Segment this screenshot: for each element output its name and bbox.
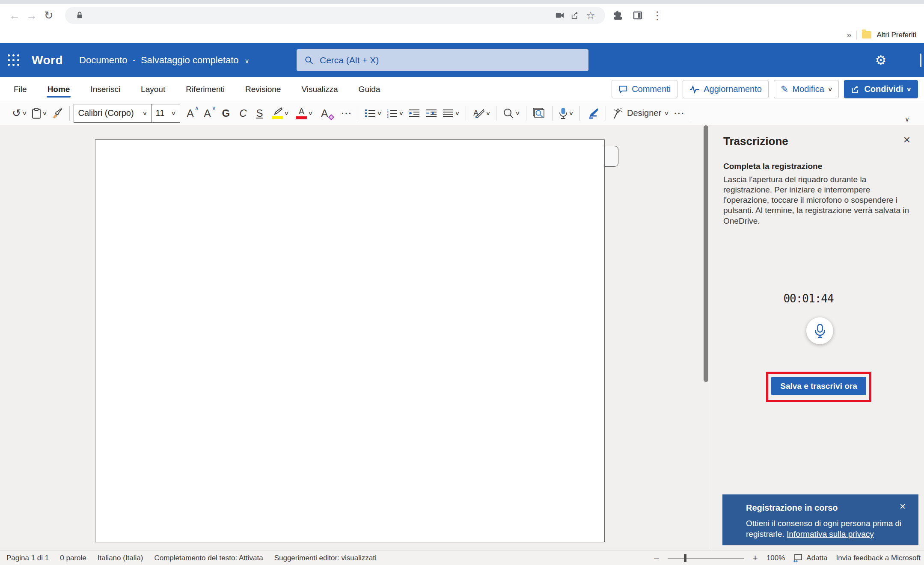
numbered-list-button[interactable]: 123 ∨ bbox=[384, 105, 406, 122]
bookmarks-folder-label[interactable]: Altri Preferiti bbox=[876, 31, 916, 39]
tab-visualizza[interactable]: Visualizza bbox=[300, 79, 339, 100]
bullet-list-button[interactable]: ∨ bbox=[362, 105, 384, 122]
share-icon[interactable] bbox=[567, 8, 583, 23]
tab-home[interactable]: Home bbox=[47, 79, 71, 100]
more-formatting-button[interactable]: ⋯ bbox=[338, 105, 354, 122]
browser-menu-icon[interactable]: ⋮ bbox=[649, 7, 666, 24]
app-name[interactable]: Word bbox=[32, 53, 63, 67]
fit-width-button[interactable]: Adatta bbox=[793, 554, 827, 562]
tab-riferimenti[interactable]: Riferimenti bbox=[185, 79, 226, 100]
decrease-indent-button[interactable] bbox=[406, 105, 423, 122]
editor-suggestions-status[interactable]: Suggerimenti editor: visualizzati bbox=[274, 554, 377, 562]
share-button[interactable]: Condividi ∨ bbox=[844, 80, 918, 98]
language[interactable]: Italiano (Italia) bbox=[98, 554, 143, 562]
italic-button[interactable]: C bbox=[237, 105, 249, 122]
find-button[interactable]: ∨ bbox=[500, 105, 522, 122]
designer-button[interactable]: Designer ∨ bbox=[610, 105, 671, 122]
tab-inserisci[interactable]: Inserisci bbox=[89, 79, 121, 100]
chevron-down-icon: ∨ bbox=[284, 110, 288, 116]
side-panel-icon[interactable] bbox=[629, 7, 646, 24]
app-launcher-icon[interactable] bbox=[8, 54, 20, 66]
toolbar-overflow-button[interactable]: ⋯ bbox=[671, 105, 687, 122]
grow-font-button[interactable]: A∧ bbox=[184, 105, 196, 122]
chevron-down-icon[interactable]: ∨ bbox=[245, 57, 250, 65]
bookmarks-folder-icon bbox=[862, 31, 871, 38]
clear-formatting-button[interactable]: A bbox=[318, 105, 335, 122]
word-count[interactable]: 0 parole bbox=[60, 554, 86, 562]
bold-button[interactable]: G bbox=[220, 105, 233, 122]
zoom-slider-handle[interactable] bbox=[684, 554, 686, 562]
font-size-select[interactable]: 11 ∨ bbox=[151, 104, 180, 123]
comments-button[interactable]: Commenti bbox=[612, 80, 677, 98]
lock-icon bbox=[72, 8, 87, 23]
share-label: Condividi bbox=[864, 84, 903, 94]
chevron-down-icon: ∨ bbox=[485, 110, 490, 116]
tab-revisione[interactable]: Revisione bbox=[244, 79, 282, 100]
increase-indent-button[interactable] bbox=[423, 105, 440, 122]
vertical-scrollbar[interactable] bbox=[704, 125, 708, 382]
immersive-reader-button[interactable] bbox=[530, 105, 548, 122]
camera-icon[interactable] bbox=[552, 8, 567, 23]
styles-button[interactable]: A ∨ bbox=[470, 105, 493, 122]
toast-title: Registrazione in corso bbox=[746, 503, 838, 513]
forward-button[interactable]: → bbox=[23, 7, 40, 24]
panel-section-title: Completa la registrazione bbox=[723, 162, 822, 171]
bold-icon: G bbox=[222, 107, 230, 119]
account-edge bbox=[920, 53, 921, 67]
zoom-in-button[interactable]: + bbox=[752, 553, 758, 564]
edit-mode-button[interactable]: ✎ Modifica ∨ bbox=[774, 80, 839, 98]
highlight-button[interactable]: ∨ bbox=[269, 105, 291, 122]
back-button[interactable]: ← bbox=[6, 7, 23, 24]
panel-title: Trascrizione bbox=[723, 135, 788, 148]
paste-button[interactable]: ∨ bbox=[29, 105, 49, 122]
align-justify-icon bbox=[443, 109, 454, 118]
font-color-button[interactable]: A ∨ bbox=[293, 105, 315, 122]
comment-flap[interactable] bbox=[605, 146, 618, 167]
zoom-out-button[interactable]: − bbox=[654, 553, 659, 564]
page-count[interactable]: Pagina 1 di 1 bbox=[6, 554, 49, 562]
save-and-transcribe-button[interactable]: Salva e trascrivi ora bbox=[771, 377, 866, 395]
underline-button[interactable]: S bbox=[254, 105, 266, 122]
address-bar[interactable]: ☆ bbox=[65, 7, 605, 24]
feedback-link[interactable]: Invia feedback a Microsoft bbox=[836, 554, 921, 562]
extensions-icon[interactable] bbox=[609, 7, 627, 24]
tab-layout[interactable]: Layout bbox=[140, 79, 166, 100]
tab-file[interactable]: File bbox=[13, 79, 28, 100]
close-icon[interactable]: × bbox=[903, 134, 910, 146]
bookmark-star-icon[interactable]: ☆ bbox=[583, 8, 598, 23]
document-page[interactable] bbox=[95, 139, 605, 542]
numbered-list-icon: 123 bbox=[386, 109, 398, 118]
format-painter-button[interactable] bbox=[49, 105, 65, 122]
fit-width-icon bbox=[793, 554, 803, 562]
divider bbox=[496, 106, 496, 121]
bookmarks-overflow-icon[interactable]: » bbox=[847, 30, 851, 40]
updates-button[interactable]: Aggiornamento bbox=[683, 80, 769, 98]
divider bbox=[526, 106, 526, 121]
text-completion-status[interactable]: Completamento del testo: Attivata bbox=[154, 554, 263, 562]
pause-record-button[interactable] bbox=[806, 317, 833, 344]
tab-guida[interactable]: Guida bbox=[358, 79, 381, 100]
font-name-select[interactable]: Calibri (Corpo) ∨ bbox=[74, 104, 152, 123]
highlighter-icon bbox=[272, 107, 283, 119]
search-input[interactable]: Cerca (Alt + X) bbox=[297, 49, 588, 71]
shrink-font-button[interactable]: A∨ bbox=[202, 105, 214, 122]
privacy-link[interactable]: Informativa sulla privacy bbox=[787, 530, 874, 538]
document-title[interactable]: Documento bbox=[79, 55, 128, 66]
settings-gear-icon[interactable]: ⚙ bbox=[870, 43, 892, 77]
zoom-level[interactable]: 100% bbox=[767, 554, 785, 562]
collapse-ribbon-icon[interactable]: ∨ bbox=[905, 115, 909, 123]
zoom-slider[interactable] bbox=[668, 554, 744, 562]
reload-button[interactable]: ↻ bbox=[40, 7, 57, 24]
ribbon-tab-row: File Home Inserisci Layout Riferimenti R… bbox=[0, 77, 924, 101]
editor-button[interactable] bbox=[584, 105, 602, 122]
save-status[interactable]: Salvataggio completato bbox=[141, 55, 239, 66]
divider bbox=[691, 106, 691, 121]
close-icon[interactable]: × bbox=[900, 500, 906, 512]
divider bbox=[358, 106, 358, 121]
ellipsis-icon: ⋯ bbox=[341, 107, 351, 119]
document-title-group[interactable]: Documento - Salvataggio completato ∨ bbox=[79, 55, 250, 66]
undo-button[interactable]: ↺ ∨ bbox=[9, 105, 29, 122]
align-button[interactable]: ∨ bbox=[440, 105, 462, 122]
dictate-button[interactable]: ∨ bbox=[556, 105, 576, 122]
shrink-font-icon: A∨ bbox=[204, 107, 211, 119]
